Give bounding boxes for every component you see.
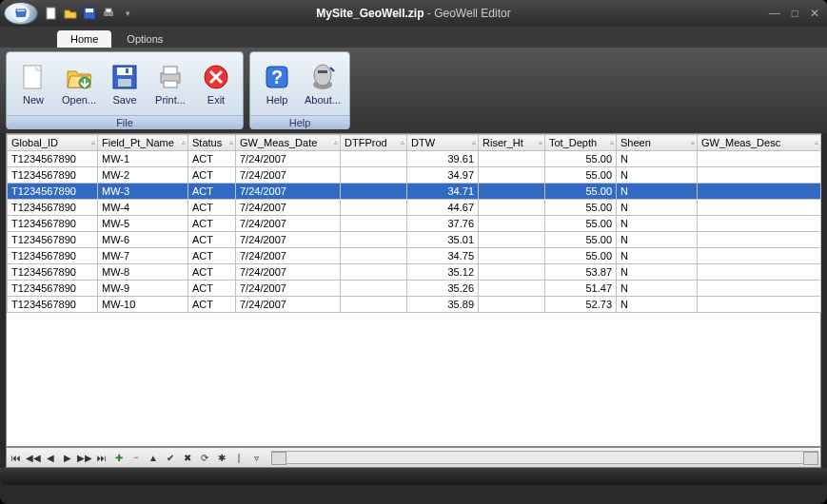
cell[interactable]	[479, 281, 545, 297]
cell[interactable]: MW-9	[98, 281, 188, 297]
cell[interactable]: T1234567890	[8, 200, 98, 216]
cell[interactable]: 55.00	[545, 167, 617, 184]
cell[interactable]: T1234567890	[8, 248, 98, 264]
cell[interactable]	[479, 297, 545, 313]
cell[interactable]: 35.89	[407, 297, 479, 313]
cell[interactable]: 7/24/2007	[236, 151, 341, 167]
qa-save-icon[interactable]	[82, 6, 97, 21]
cell[interactable]: N	[617, 167, 698, 184]
cell[interactable]: ACT	[188, 216, 236, 232]
nav-accept-icon[interactable]: ✔	[163, 450, 178, 465]
cell[interactable]: MW-7	[98, 248, 188, 264]
cell[interactable]	[698, 216, 821, 232]
cell[interactable]: 55.00	[545, 232, 617, 248]
tab-options[interactable]: Options	[113, 30, 176, 48]
table-row[interactable]: T1234567890MW-2ACT7/24/200734.9755.00N	[8, 167, 821, 184]
cell[interactable]	[698, 297, 821, 313]
cell[interactable]	[341, 248, 407, 264]
cell[interactable]: MW-5	[98, 216, 188, 232]
cell[interactable]: T1234567890	[8, 151, 98, 167]
cell[interactable]	[479, 248, 545, 264]
cell[interactable]	[698, 248, 821, 264]
cell[interactable]: 55.00	[545, 184, 617, 200]
cell[interactable]	[698, 151, 821, 167]
cell[interactable]: MW-6	[98, 232, 188, 248]
print-button[interactable]: Print...	[148, 54, 193, 113]
column-header[interactable]: Field_Pt_Name▵	[98, 135, 188, 151]
cell[interactable]: T1234567890	[8, 167, 98, 184]
cell[interactable]	[479, 151, 545, 167]
column-header[interactable]: GW_Meas_Desc▵	[698, 135, 821, 151]
minimize-button[interactable]: —	[769, 7, 780, 20]
cell[interactable]	[698, 200, 821, 216]
exit-button[interactable]: Exit	[193, 54, 239, 113]
cell[interactable]: 7/24/2007	[236, 264, 341, 281]
cell[interactable]	[479, 184, 545, 200]
table-row[interactable]: T1234567890MW-1ACT7/24/200739.6155.00N	[8, 151, 821, 167]
about-button[interactable]: About...	[300, 54, 345, 113]
cell[interactable]: ACT	[188, 232, 236, 248]
cell[interactable]	[341, 232, 407, 248]
cell[interactable]: N	[617, 264, 698, 281]
qa-open-icon[interactable]	[63, 6, 78, 21]
cell[interactable]	[341, 184, 407, 200]
cell[interactable]	[341, 281, 407, 297]
cell[interactable]: 34.97	[407, 167, 479, 184]
cell[interactable]: 7/24/2007	[236, 232, 341, 248]
cell[interactable]: MW-2	[98, 167, 188, 184]
cell[interactable]: 44.67	[407, 200, 479, 216]
nav-prev-page-icon[interactable]: ◀◀	[26, 450, 41, 465]
nav-next-page-icon[interactable]: ▶▶	[77, 450, 92, 465]
cell[interactable]: 39.61	[407, 151, 479, 167]
open-button[interactable]: Open...	[56, 54, 102, 113]
cell[interactable]: MW-4	[98, 200, 188, 216]
cell[interactable]: MW-10	[98, 297, 188, 313]
close-button[interactable]: ✕	[810, 7, 819, 20]
cell[interactable]: 7/24/2007	[236, 248, 341, 264]
cell[interactable]: 55.00	[545, 151, 617, 167]
cell[interactable]: N	[617, 184, 698, 200]
cell[interactable]	[341, 264, 407, 281]
nav-remove-icon[interactable]: －	[128, 450, 144, 465]
cell[interactable]	[341, 151, 407, 167]
column-header[interactable]: Tot_Depth▵	[545, 135, 617, 151]
table-row[interactable]: T1234567890MW-7ACT7/24/200734.7555.00N	[8, 248, 821, 264]
cell[interactable]: T1234567890	[8, 184, 98, 200]
cell[interactable]: 35.26	[407, 281, 479, 297]
cell[interactable]: ACT	[188, 151, 236, 167]
column-header[interactable]: Status▵	[188, 135, 236, 151]
qa-print-icon[interactable]	[101, 6, 116, 21]
cell[interactable]: ACT	[188, 248, 236, 264]
cell[interactable]: ACT	[188, 184, 236, 200]
cell[interactable]	[479, 232, 545, 248]
cell[interactable]	[479, 167, 545, 184]
nav-filter-icon[interactable]: ▿	[248, 450, 264, 465]
column-header[interactable]: DTFProd▵	[341, 135, 407, 151]
cell[interactable]: 55.00	[545, 248, 617, 264]
nav-cancel-icon[interactable]: ✖	[180, 450, 195, 465]
help-button[interactable]: ?Help	[254, 54, 300, 113]
cell[interactable]: 55.00	[545, 216, 617, 232]
cell[interactable]	[698, 184, 821, 200]
table-row[interactable]: T1234567890MW-3ACT7/24/200734.7155.00N	[8, 184, 821, 200]
table-row[interactable]: T1234567890MW-10ACT7/24/200735.8952.73N	[8, 297, 821, 313]
column-header[interactable]: Global_ID▵	[8, 135, 98, 151]
cell[interactable]: 51.47	[545, 281, 617, 297]
cell[interactable]	[698, 281, 821, 297]
cell[interactable]: N	[617, 281, 698, 297]
cell[interactable]: 34.75	[407, 248, 479, 264]
cell[interactable]: 35.01	[407, 232, 479, 248]
cell[interactable]: 7/24/2007	[236, 200, 341, 216]
table-row[interactable]: T1234567890MW-9ACT7/24/200735.2651.47N	[8, 281, 821, 297]
cell[interactable]	[698, 232, 821, 248]
cell[interactable]	[698, 167, 821, 184]
cell[interactable]: 53.87	[545, 264, 617, 281]
nav-last-icon[interactable]: ⏭	[94, 450, 109, 465]
cell[interactable]: 7/24/2007	[236, 184, 341, 200]
qa-dropdown-icon[interactable]: ▾	[120, 6, 135, 21]
cell[interactable]	[341, 297, 407, 313]
cell[interactable]: T1234567890	[8, 216, 98, 232]
app-menu-button[interactable]	[4, 2, 38, 25]
qa-new-icon[interactable]	[44, 6, 59, 21]
cell[interactable]	[698, 264, 821, 281]
